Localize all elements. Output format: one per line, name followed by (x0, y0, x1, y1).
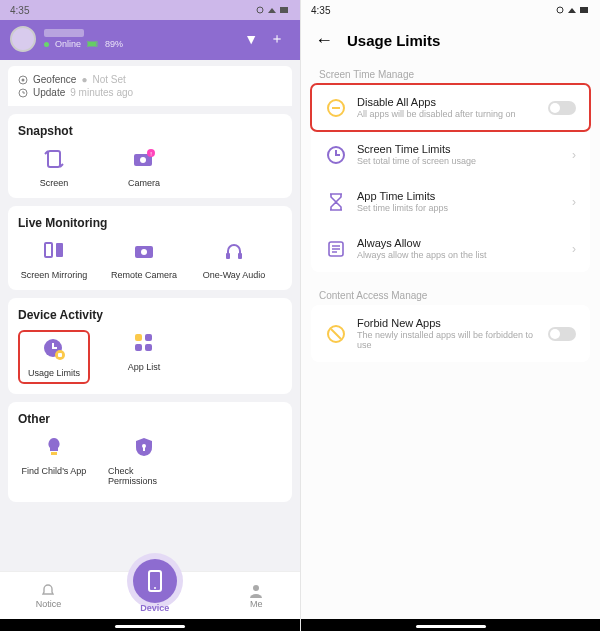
snapshot-camera[interactable]: ! Camera (108, 146, 180, 188)
svg-rect-12 (45, 243, 52, 257)
remote-camera-icon (131, 238, 157, 264)
svg-point-5 (22, 78, 25, 81)
page-title: Usage Limits (347, 32, 440, 49)
svg-rect-17 (238, 253, 242, 259)
chevron-right-icon: › (572, 195, 576, 209)
svg-rect-21 (135, 334, 142, 341)
svg-point-31 (557, 7, 563, 13)
other-card: Other Find Child's App Check Permissions (8, 402, 292, 502)
snapshot-card: Snapshot Screen ! Camera (8, 114, 292, 198)
battery-icon (87, 41, 99, 47)
live-card: Live Monitoring Screen Mirroring Remote … (8, 206, 292, 290)
back-button[interactable]: ← (315, 30, 333, 51)
svg-rect-25 (51, 452, 57, 455)
screen-icon (41, 146, 67, 172)
update-value: 9 minutes ago (70, 87, 133, 98)
app-list[interactable]: App List (108, 330, 180, 384)
svg-point-30 (253, 585, 259, 591)
battery-pct: 89% (105, 39, 123, 49)
title-bar: ← Usage Limits (301, 20, 600, 61)
status-time: 4:35 (10, 5, 29, 16)
disable-title: Disable All Apps (357, 96, 538, 108)
geofence-label: Geofence (33, 74, 76, 85)
bottom-nav: Notice Device Me (0, 571, 300, 619)
screen-time-limits-row[interactable]: Screen Time Limits Set total time of scr… (311, 131, 590, 178)
nav-notice[interactable]: Notice (36, 583, 62, 609)
device-info: Geofence ● Not Set Update 9 minutes ago (8, 66, 292, 106)
status-time-right: 4:35 (311, 5, 330, 16)
headphones-icon (221, 238, 247, 264)
forbid-toggle[interactable] (548, 327, 576, 341)
home-indicator-right (416, 625, 486, 628)
nav-bar-black (0, 619, 300, 631)
usage-limits[interactable]: Usage Limits (18, 330, 90, 384)
lightbulb-icon (41, 434, 67, 460)
chevron-right-icon: › (572, 242, 576, 256)
fna-title: Forbid New Apps (357, 317, 538, 329)
svg-rect-23 (135, 344, 142, 351)
geofence-value: Not Set (92, 74, 125, 85)
clock-icon (325, 144, 347, 166)
disable-toggle[interactable] (548, 101, 576, 115)
avatar[interactable] (10, 26, 36, 52)
live-title: Live Monitoring (18, 216, 282, 230)
svg-rect-20 (58, 353, 62, 357)
screen-mirroring[interactable]: Screen Mirroring (18, 238, 90, 280)
status-icons-right (556, 5, 590, 15)
section-screen-time: Screen Time Manage (301, 61, 600, 84)
stl-title: Screen Time Limits (357, 143, 562, 155)
right-phone: 4:35 ← Usage Limits Screen Time Manage D… (300, 0, 600, 631)
find-childs-app[interactable]: Find Child's App (18, 434, 90, 486)
svg-rect-22 (145, 334, 152, 341)
svg-rect-3 (88, 42, 96, 46)
device-fab (133, 559, 177, 603)
disable-all-apps-row[interactable]: Disable All Apps All apps will be disabl… (311, 84, 590, 131)
app-time-limits-row[interactable]: App Time Limits Set time limits for apps… (311, 178, 590, 225)
forbid-new-apps-row[interactable]: Forbid New Apps The newly installed apps… (311, 305, 590, 362)
chevron-right-icon: › (572, 148, 576, 162)
aa-title: Always Allow (357, 237, 562, 249)
add-device-button[interactable]: ＋ (264, 30, 290, 48)
camera-icon: ! (131, 146, 157, 172)
section-content-access: Content Access Manage (301, 282, 600, 305)
left-phone: 4:35 Online 89% ▼ ＋ Geofence ● Not Set U… (0, 0, 300, 631)
status-icons (256, 5, 290, 15)
nav-bar-black-right (301, 619, 600, 631)
hourglass-icon (325, 191, 347, 213)
dropdown-chevron-icon[interactable]: ▼ (238, 31, 264, 47)
online-label: Online (55, 39, 81, 49)
svg-point-9 (140, 157, 146, 163)
svg-point-0 (257, 7, 263, 13)
always-allow-row[interactable]: Always Allow Always allow the apps on th… (311, 225, 590, 272)
bell-icon (40, 583, 56, 599)
snapshot-screen[interactable]: Screen (18, 146, 90, 188)
other-title: Other (18, 412, 282, 426)
content-access-card: Forbid New Apps The newly installed apps… (311, 305, 590, 362)
person-icon (248, 583, 264, 599)
svg-point-29 (154, 587, 156, 589)
home-indicator (115, 625, 185, 628)
update-label: Update (33, 87, 65, 98)
geofence-icon (18, 75, 28, 85)
online-dot-icon (44, 42, 49, 47)
remote-camera[interactable]: Remote Camera (108, 238, 180, 280)
list-check-icon (325, 238, 347, 260)
svg-rect-27 (143, 447, 145, 451)
svg-rect-13 (56, 243, 63, 257)
app-list-icon (131, 330, 157, 356)
svg-rect-1 (280, 7, 288, 13)
status-bar-right: 4:35 (301, 0, 600, 20)
nav-me[interactable]: Me (248, 583, 264, 609)
profile-header: Online 89% ▼ ＋ (0, 20, 300, 60)
nav-device[interactable]: Device (133, 579, 177, 613)
screen-time-card: Disable All Apps All apps will be disabl… (311, 84, 590, 272)
forbid-icon (325, 323, 347, 345)
disable-icon (325, 97, 347, 119)
atl-title: App Time Limits (357, 190, 562, 202)
one-way-audio[interactable]: One-Way Audio (198, 238, 270, 280)
svg-rect-16 (226, 253, 230, 259)
aa-sub: Always allow the apps on the list (357, 250, 562, 260)
check-permissions[interactable]: Check Permissions (108, 434, 180, 486)
svg-rect-24 (145, 344, 152, 351)
disable-sub: All apps will be disabled after turning … (357, 109, 538, 119)
